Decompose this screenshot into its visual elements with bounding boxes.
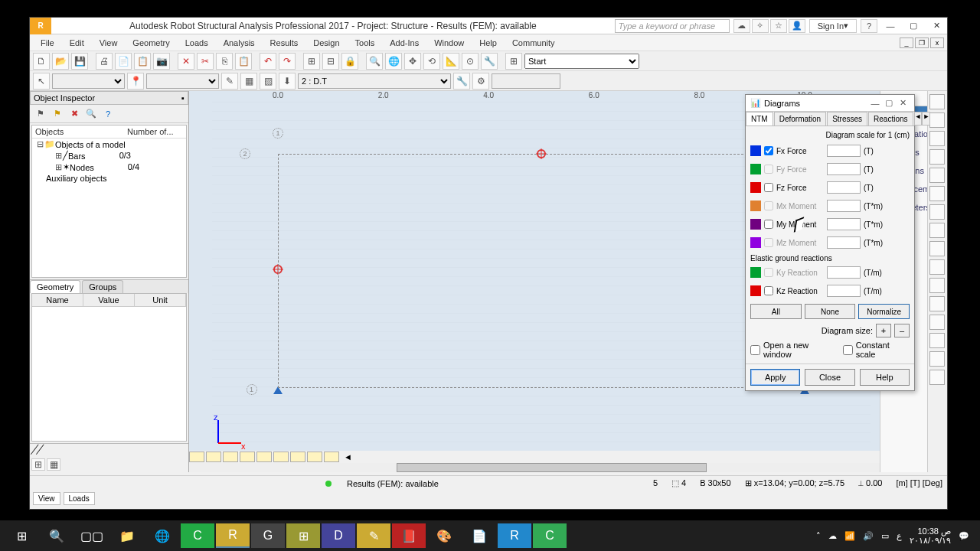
cut-icon[interactable]: ✂ — [197, 53, 214, 70]
app-icon-4[interactable]: D — [322, 523, 355, 548]
maximize-button[interactable]: ▢ — [903, 18, 924, 34]
pan-icon[interactable]: ✥ — [404, 53, 421, 70]
close-button-dlg[interactable]: Close — [805, 369, 854, 386]
mdi-close[interactable]: x — [930, 37, 944, 48]
layout-icon[interactable]: ⊞ — [505, 53, 522, 70]
force-value-1[interactable] — [827, 163, 861, 175]
tray-volume-icon[interactable]: 🔊 — [863, 531, 874, 541]
rotate-icon[interactable]: ⟲ — [423, 53, 440, 70]
zoom-window-icon[interactable]: 🔍 — [366, 53, 383, 70]
property-grid[interactable]: Name Value Unit — [31, 293, 187, 442]
tab-geometry[interactable]: Geometry — [30, 280, 80, 293]
all-button[interactable]: All — [750, 304, 802, 319]
help-icon[interactable]: ? — [861, 19, 877, 33]
selection-combo-1[interactable] — [52, 73, 125, 89]
none-button[interactable]: None — [805, 304, 856, 319]
help-button[interactable]: Help — [860, 369, 910, 386]
force-value-3[interactable] — [827, 200, 861, 212]
oi-search-icon[interactable]: 🔍 — [85, 108, 97, 120]
filter-input[interactable] — [492, 73, 560, 89]
taskview-button[interactable]: ▢▢ — [75, 523, 109, 548]
key-icon[interactable]: ✧ — [752, 19, 769, 33]
robot-icon[interactable]: R — [216, 523, 250, 548]
dialog-min-icon[interactable]: — — [868, 99, 882, 108]
grid-btn2[interactable]: ▦ — [47, 458, 60, 471]
tray-wifi-icon[interactable]: 📶 — [844, 531, 855, 541]
app-icon-2[interactable]: G — [251, 523, 285, 548]
app-icon-6[interactable]: 🎨 — [427, 523, 461, 548]
force-checkbox-2[interactable] — [764, 183, 773, 192]
size-plus-button[interactable]: + — [876, 324, 891, 337]
panel-close-icon[interactable]: ▪ — [181, 93, 185, 103]
tray-battery-icon[interactable]: ▭ — [881, 531, 889, 541]
minimize-button[interactable]: — — [880, 18, 901, 34]
app-icon-3[interactable]: ⊞ — [286, 523, 320, 548]
menu-window[interactable]: Window — [426, 37, 472, 49]
menu-tools[interactable]: Tools — [348, 37, 383, 49]
sign-in-button[interactable]: Sign In ▾ — [809, 19, 857, 33]
size-minus-button[interactable]: – — [894, 324, 910, 337]
tray-up-icon[interactable]: ˄ — [816, 531, 821, 541]
print-icon[interactable]: 🖨 — [96, 53, 113, 70]
menu-geometry[interactable]: Geometry — [125, 37, 177, 49]
oi-flag-icon[interactable]: ⚑ — [51, 108, 64, 120]
menu-results[interactable]: Results — [263, 37, 306, 49]
case-icon[interactable]: ⬇ — [279, 73, 296, 90]
force-value-4[interactable] — [827, 218, 861, 230]
oi-filter-icon[interactable]: ⚑ — [34, 108, 47, 120]
tab-prev[interactable]: ◄ — [914, 112, 923, 126]
delete-icon[interactable]: ✕ — [178, 53, 194, 70]
reaction-checkbox-1[interactable] — [764, 286, 773, 295]
force-value-2[interactable] — [827, 181, 861, 194]
oi-help-icon[interactable]: ? — [102, 108, 114, 120]
menu-edit[interactable]: Edit — [62, 37, 92, 49]
force-checkbox-0[interactable] — [764, 146, 773, 155]
chrome-icon[interactable]: 🌐 — [145, 523, 179, 548]
dtab-ntm[interactable]: NTM — [746, 112, 773, 126]
tray-lang[interactable]: ع — [897, 531, 902, 541]
search-button[interactable]: 🔍 — [40, 523, 74, 548]
open-icon[interactable]: 📂 — [52, 53, 69, 70]
grid-btn1[interactable]: ⊞ — [31, 458, 45, 471]
selection-combo-2[interactable] — [146, 73, 219, 89]
app-icon-1[interactable]: C — [181, 523, 214, 548]
user-icon[interactable]: 👤 — [789, 19, 805, 33]
tray-notifications-icon[interactable]: 💬 — [959, 531, 969, 541]
pdf-icon[interactable]: 📕 — [392, 523, 426, 548]
reaction-value-1[interactable] — [827, 285, 861, 297]
save-icon[interactable]: 💾 — [71, 53, 88, 70]
select-icon[interactable]: ↖ — [33, 73, 50, 90]
menu-view[interactable]: View — [92, 37, 126, 49]
rtool-1[interactable] — [929, 94, 945, 109]
star-icon[interactable]: ☆ — [770, 19, 787, 33]
dtab-reactions[interactable]: Reactions — [868, 112, 913, 126]
view-tab[interactable]: View — [33, 492, 60, 505]
reaction-value-0[interactable] — [827, 266, 861, 279]
tools-icon[interactable]: 🔧 — [481, 53, 498, 70]
new-icon[interactable]: 🗋 — [33, 53, 50, 70]
copy-icon[interactable]: ⎘ — [216, 53, 233, 70]
dtab-stresses[interactable]: Stresses — [827, 112, 867, 126]
paste-icon[interactable]: 📋 — [235, 53, 252, 70]
tab-next[interactable]: ► — [922, 112, 930, 126]
calc-icon[interactable]: ⊞ — [303, 53, 320, 70]
search-box[interactable]: Type a keyword or phrase — [615, 19, 730, 33]
wrench-icon[interactable]: 🔧 — [453, 73, 470, 90]
dtab-deformation[interactable]: Deformation — [774, 112, 826, 126]
snap-icon[interactable]: ⊙ — [462, 53, 479, 70]
object-tree[interactable]: ObjectsNumber of... ⊟📁 Objects of a mode… — [31, 125, 187, 278]
open-new-checkbox[interactable] — [750, 345, 760, 355]
apply-button[interactable]: Apply — [750, 369, 800, 386]
edit-sel-icon[interactable]: ✎ — [221, 73, 238, 90]
constant-scale-checkbox[interactable] — [843, 345, 853, 355]
start-button[interactable]: ⊞ — [5, 523, 38, 548]
app-icon-5[interactable]: ✎ — [357, 523, 390, 548]
tray-clock[interactable]: 10:38 ص٢٠١٨/٠٩/١٩ — [910, 527, 951, 545]
dialog-max-icon[interactable]: ▢ — [882, 98, 896, 108]
zoom-all-icon[interactable]: 🌐 — [385, 53, 402, 70]
preview-icon[interactable]: 📄 — [115, 53, 132, 70]
case-combo[interactable]: 2 : D.T — [298, 73, 451, 89]
measure-icon[interactable]: 📐 — [443, 53, 459, 70]
screenshot-icon[interactable]: 📋 — [134, 53, 151, 70]
menu-design[interactable]: Design — [305, 37, 347, 49]
